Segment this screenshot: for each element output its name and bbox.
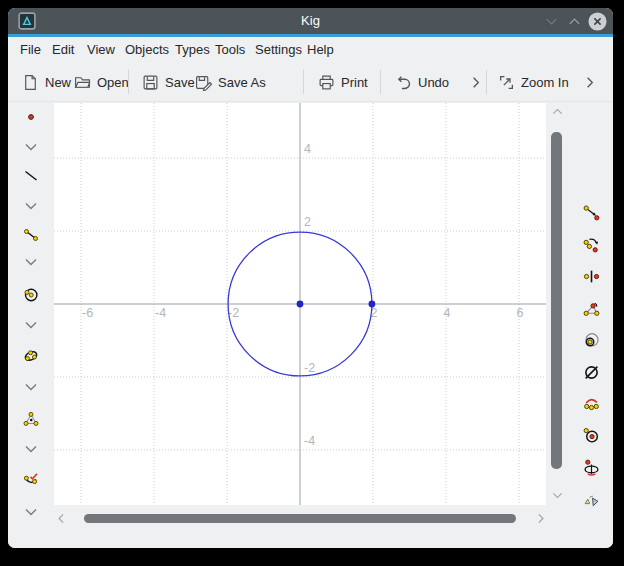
- segment-tool[interactable]: [20, 224, 42, 246]
- menu-objects[interactable]: Objects: [123, 37, 171, 63]
- kig-app-icon[interactable]: [18, 12, 36, 30]
- projection-tool[interactable]: [580, 456, 602, 478]
- vertical-scroll-up-button[interactable]: [550, 104, 564, 118]
- minimize-button[interactable]: [541, 11, 561, 31]
- chevron-down-icon: [23, 317, 39, 333]
- kig-window: Kig FileEditViewObjectsTypesToolsSetting…: [8, 8, 613, 548]
- kig-app-icon: [18, 12, 36, 30]
- circle-tools-expander[interactable]: [20, 314, 42, 336]
- chevron-right-icon: [582, 75, 597, 90]
- toolbar-overflow-button[interactable]: [468, 63, 483, 101]
- test-tool[interactable]: [20, 469, 42, 491]
- vertical-scrollbar-thumb[interactable]: [551, 132, 562, 469]
- line-tool[interactable]: [20, 165, 42, 187]
- zoom-in-button[interactable]: Zoom In: [498, 63, 569, 101]
- menu-edit[interactable]: Edit: [50, 37, 76, 63]
- zoom-in-icon: [498, 74, 515, 91]
- point-object[interactable]: [297, 301, 304, 308]
- cross-circle-icon: [583, 364, 600, 381]
- print-button[interactable]: Print: [318, 63, 368, 101]
- inversion-icon: [583, 332, 600, 349]
- harmonic-homology-tool[interactable]: [580, 392, 602, 414]
- toolbar-button-label: Open: [97, 75, 129, 90]
- close-button[interactable]: [587, 11, 607, 31]
- toolbar-separator: [128, 70, 129, 94]
- inversion-tool[interactable]: [580, 329, 602, 351]
- open-folder-icon: [74, 74, 91, 91]
- scale-triangle-icon: [583, 300, 600, 317]
- horizontal-scroll-left-button[interactable]: [54, 511, 68, 525]
- projective-ellipse-icon: [583, 459, 600, 476]
- save-as-button[interactable]: Save As: [195, 63, 266, 101]
- reflect-tool[interactable]: [580, 265, 602, 287]
- statusbar: [8, 525, 613, 548]
- toolbar-button-label: New: [45, 75, 71, 90]
- projective-rotation-tool[interactable]: [580, 361, 602, 383]
- menu-help[interactable]: Help: [305, 37, 336, 63]
- menu-settings[interactable]: Settings: [253, 37, 304, 63]
- chevron-down-icon: [23, 198, 39, 214]
- similitude-icon: [583, 493, 600, 510]
- chevron-right-icon: [534, 512, 547, 525]
- chevron-down-icon: [23, 139, 39, 155]
- open-button[interactable]: Open: [74, 63, 129, 101]
- menu-view[interactable]: View: [85, 37, 117, 63]
- toolbar-button-label: Save As: [218, 75, 266, 90]
- menu-types[interactable]: Types: [173, 37, 212, 63]
- test-tools-expander[interactable]: [20, 501, 42, 523]
- circle-rotation-tool[interactable]: [580, 424, 602, 446]
- angle-tool[interactable]: [20, 408, 42, 430]
- save-as-icon: [195, 74, 212, 91]
- desktop-background: Kig FileEditViewObjectsTypesToolsSetting…: [0, 0, 624, 566]
- y-axis-tick-label: -2: [304, 361, 315, 375]
- save-icon: [142, 74, 159, 91]
- geometry-canvas[interactable]: -6-4-224642-2-4: [54, 103, 546, 505]
- chevron-down-icon: [23, 254, 39, 270]
- toolbar-separator: [303, 70, 304, 94]
- x-axis-tick-label: 4: [444, 306, 451, 320]
- conic-tools-expander[interactable]: [20, 376, 42, 398]
- conic-tool[interactable]: [20, 345, 42, 367]
- y-axis-tick-label: 4: [304, 142, 311, 156]
- chevron-down-icon: [23, 504, 39, 520]
- angle-icon: [23, 411, 39, 427]
- segment-icon: [23, 227, 39, 243]
- toolbar: NewOpenSaveSave AsPrintUndoZoom In: [8, 63, 613, 102]
- rotate-tool[interactable]: [580, 233, 602, 255]
- similitude-tool[interactable]: [580, 490, 602, 512]
- segment-tools-expander[interactable]: [20, 251, 42, 273]
- vertical-scroll-down-button[interactable]: [550, 488, 564, 502]
- circle-tool[interactable]: [20, 284, 42, 306]
- angle-tools-expander[interactable]: [20, 438, 42, 460]
- x-axis-tick-label: 6: [517, 306, 524, 320]
- horizontal-scrollbar-thumb[interactable]: [84, 514, 516, 523]
- save-button[interactable]: Save: [142, 63, 195, 101]
- line-tools-expander[interactable]: [20, 195, 42, 217]
- menu-file[interactable]: File: [18, 37, 43, 63]
- window-title: Kig: [8, 8, 613, 34]
- translate-tool[interactable]: [580, 201, 602, 223]
- chevron-up-icon: [567, 14, 582, 29]
- canvas-drawing[interactable]: -6-4-224642-2-4: [54, 103, 546, 505]
- point-tool[interactable]: [20, 106, 42, 128]
- toolbar-button-label: Save: [165, 75, 195, 90]
- chevron-left-icon: [55, 512, 68, 525]
- chevron-down-icon: [551, 489, 564, 502]
- scale-tool[interactable]: [580, 297, 602, 319]
- undo-icon: [395, 74, 412, 91]
- point-icon: [23, 109, 39, 125]
- horizontal-scroll-right-button[interactable]: [533, 511, 547, 525]
- new-button[interactable]: New: [22, 63, 71, 101]
- center-circle-icon: [583, 427, 600, 444]
- menu-tools[interactable]: Tools: [213, 37, 247, 63]
- maximize-button[interactable]: [564, 11, 584, 31]
- toolbar-separator: [380, 70, 381, 94]
- left-tool-sidebar: [8, 103, 54, 505]
- undo-button[interactable]: Undo: [395, 63, 449, 101]
- toolbar-overflow-button[interactable]: [582, 63, 597, 101]
- point-tools-expander[interactable]: [20, 136, 42, 158]
- chevron-down-icon: [544, 14, 559, 29]
- titlebar[interactable]: Kig: [8, 8, 613, 34]
- harmonic-arc-icon: [583, 395, 600, 412]
- point-object[interactable]: [369, 301, 376, 308]
